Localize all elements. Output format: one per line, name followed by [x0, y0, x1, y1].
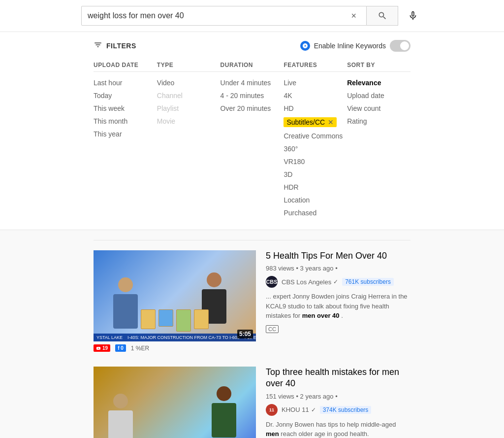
filter-channel: Channel: [157, 92, 220, 100]
filter-creative-commons[interactable]: Creative Commons: [284, 132, 347, 140]
search-input[interactable]: [88, 11, 347, 20]
video-age-2: 2 years ago: [300, 393, 334, 400]
filter-columns: UPLOAD DATE Last hour Today This week Th…: [94, 62, 410, 222]
results-divider: [94, 240, 410, 240]
microphone-icon: [408, 10, 418, 21]
meta-separator-1: •: [296, 265, 300, 272]
filters-title-row: FILTERS: [94, 40, 136, 52]
meta-separator-2: •: [296, 393, 300, 400]
inline-keywords-toggle[interactable]: [390, 40, 410, 52]
subtitles-cc-label: Subtitles/CC: [286, 118, 325, 126]
view-count-2: 151 views: [266, 393, 294, 400]
filters-header: FILTERS Enable Inline Keywords: [94, 40, 410, 52]
video-title-1[interactable]: 5 Health Tips For Men Over 40: [266, 250, 410, 262]
results-container: YSTAL LAKE I-40S: MAJOR CONSTRUCTION FRO…: [0, 230, 504, 438]
duration-header: DURATION: [220, 62, 284, 72]
inline-keywords-icon: [300, 41, 310, 51]
description-highlight-2: men: [266, 430, 279, 438]
video-description-2: Dr. Jonny Bowen has tips to help middle-…: [266, 420, 410, 438]
filter-column-features: FEATURES Live 4K HD Subtitles/CC ✕ Creat…: [284, 62, 347, 222]
filters-icon: [94, 40, 102, 52]
thumbnail-2[interactable]: [94, 367, 256, 438]
filter-purchased[interactable]: Purchased: [284, 209, 347, 217]
channel-avatar-2: 11: [266, 404, 278, 416]
filters-title: FILTERS: [106, 42, 136, 50]
verified-icon-2: ✓: [311, 406, 316, 413]
filter-relevance[interactable]: Relevance: [347, 79, 410, 87]
sort-by-header: SORT BY: [347, 62, 410, 72]
filter-location[interactable]: Location: [284, 196, 347, 204]
channel-row-2: 11 KHOU 11 ✓ 374K subscribers: [266, 404, 410, 416]
thumbnail-1[interactable]: YSTAL LAKE I-40S: MAJOR CONSTRUCTION FRO…: [94, 250, 256, 341]
filter-under-4[interactable]: Under 4 minutes: [220, 79, 284, 87]
inline-keywords-label: Enable Inline Keywords: [314, 42, 386, 50]
channel-row-1: CBS CBS Los Angeles ✓ 761K subscribers: [266, 276, 410, 288]
search-bar-container: ×: [0, 0, 504, 32]
cc-badge-1: CC: [266, 325, 279, 333]
filter-4-20[interactable]: 4 - 20 minutes: [220, 92, 284, 100]
type-header: TYPE: [157, 62, 220, 72]
filter-vr180[interactable]: VR180: [284, 158, 347, 166]
description-highlight-1: men over 40: [302, 312, 340, 319]
clear-icon: ×: [351, 11, 356, 21]
filter-rating[interactable]: Rating: [347, 117, 410, 125]
search-clear-button[interactable]: ×: [347, 11, 360, 21]
duration-badge-1: 5:05: [237, 330, 253, 338]
share-label-1: 1 %ER: [131, 345, 149, 352]
ticker-1: YSTAL LAKE I-40S: MAJOR CONSTRUCTION FRO…: [94, 334, 256, 341]
filter-hd[interactable]: HD: [284, 104, 347, 112]
filter-today[interactable]: Today: [94, 92, 157, 100]
video-meta-2: 151 views • 2 years ago •: [266, 393, 410, 400]
video-info-1: 5 Health Tips For Men Over 40 983 views …: [266, 250, 410, 355]
filter-this-month[interactable]: This month: [94, 117, 157, 125]
filter-4k[interactable]: 4K: [284, 92, 347, 100]
filter-this-year[interactable]: This year: [94, 130, 157, 138]
channel-name-1[interactable]: CBS Los Angeles ✓: [282, 278, 338, 286]
filter-column-type: TYPE Video Channel Playlist Movie: [157, 62, 220, 222]
filter-playlist: Playlist: [157, 104, 220, 112]
filter-remove-icon[interactable]: ✕: [328, 118, 334, 126]
search-icon: [378, 11, 387, 21]
features-header: FEATURES: [284, 62, 347, 72]
filter-hdr[interactable]: HDR: [284, 183, 347, 191]
filter-video[interactable]: Video: [157, 79, 220, 87]
filter-360[interactable]: 360°: [284, 145, 347, 153]
view-count-1: 983 views: [266, 265, 294, 272]
video-title-2[interactable]: Top three health mistakes for men over 4…: [266, 367, 410, 390]
verified-icon-1: ✓: [333, 278, 338, 285]
filter-subtitles-cc[interactable]: Subtitles/CC ✕: [284, 117, 337, 127]
video-info-2: Top three health mistakes for men over 4…: [266, 367, 410, 438]
facebook-icon: f 0: [115, 344, 126, 352]
channel-avatar-1: CBS: [266, 276, 278, 288]
video-meta-1: 983 views • 3 years ago •: [266, 265, 410, 272]
social-bar-1: 19 f 0 1 %ER: [94, 341, 256, 355]
filter-last-hour[interactable]: Last hour: [94, 79, 157, 87]
filter-column-upload-date: UPLOAD DATE Last hour Today This week Th…: [94, 62, 157, 222]
filter-column-duration: DURATION Under 4 minutes 4 - 20 minutes …: [220, 62, 284, 222]
filter-column-sort-by: SORT BY Relevance Upload date View count…: [347, 62, 410, 222]
filter-view-count[interactable]: View count: [347, 104, 410, 112]
upload-date-header: UPLOAD DATE: [94, 62, 157, 72]
youtube-icon: 19: [94, 344, 110, 352]
filter-this-week[interactable]: This week: [94, 104, 157, 112]
video-card-1: YSTAL LAKE I-40S: MAJOR CONSTRUCTION FRO…: [94, 250, 410, 355]
video-description-1: ... expert Jonny Bowden joins Craig Herr…: [266, 292, 410, 321]
inline-keywords-row: Enable Inline Keywords: [300, 40, 410, 52]
channel-name-2[interactable]: KHOU 11 ✓: [282, 406, 316, 413]
filters-panel: FILTERS Enable Inline Keywords UPLOAD DA…: [0, 32, 504, 230]
filter-upload-date[interactable]: Upload date: [347, 92, 410, 100]
video-age-1: 3 years ago: [300, 265, 334, 272]
filter-movie: Movie: [157, 117, 220, 125]
video-card-2: Top three health mistakes for men over 4…: [94, 367, 410, 438]
filter-over-20[interactable]: Over 20 minutes: [220, 104, 284, 112]
filter-live[interactable]: Live: [284, 79, 347, 87]
subscriber-badge-2: 374K subscribers: [320, 406, 372, 414]
microphone-button[interactable]: [403, 6, 423, 26]
search-button[interactable]: [367, 6, 398, 26]
subscriber-badge-1: 761K subscribers: [342, 278, 394, 286]
search-bar: ×: [81, 6, 367, 26]
filter-3d[interactable]: 3D: [284, 170, 347, 178]
